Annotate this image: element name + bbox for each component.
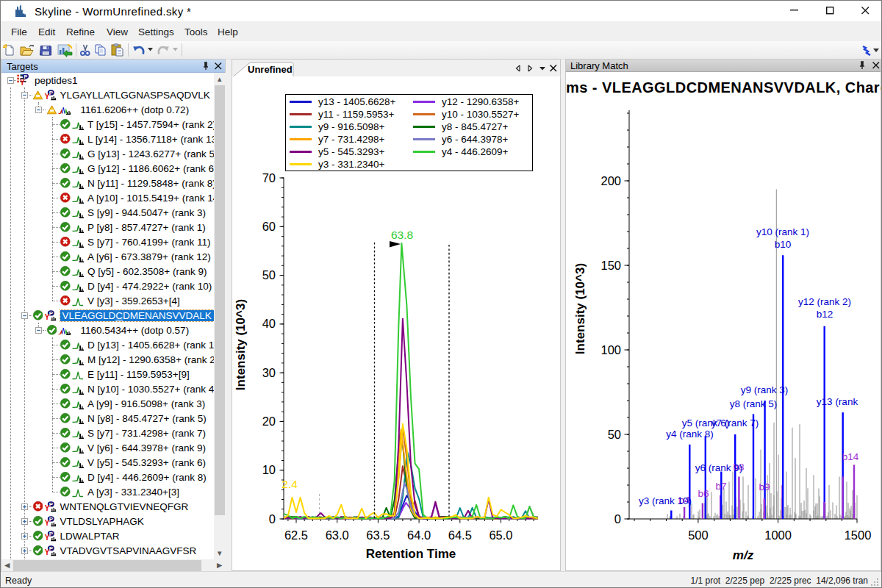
- svg-text:50: 50: [608, 428, 621, 441]
- svg-text:y3 (rank 10): y3 (rank 10): [639, 495, 692, 506]
- svg-text:200: 200: [600, 174, 621, 187]
- svg-text:b12: b12: [817, 309, 833, 320]
- svg-text:y7 (rank 7): y7 (rank 7): [711, 417, 759, 429]
- svg-text:65.0: 65.0: [489, 528, 512, 542]
- svg-text:y4 (rank 8): y4 (rank 8): [666, 429, 714, 440]
- svg-text:10: 10: [262, 463, 276, 476]
- svg-text:y11 - 1159.5953+: y11 - 1159.5953+: [318, 109, 395, 120]
- svg-text:63.8: 63.8: [391, 229, 413, 241]
- svg-text:y8 - 845.4727+: y8 - 845.4727+: [442, 121, 509, 132]
- svg-text:0: 0: [269, 512, 276, 526]
- svg-text:y12 - 1290.6358+: y12 - 1290.6358+: [442, 96, 520, 107]
- svg-text:y8 (rank 5): y8 (rank 5): [730, 398, 778, 409]
- svg-text:Retention Time: Retention Time: [366, 547, 456, 561]
- svg-text:63.0: 63.0: [326, 528, 349, 542]
- svg-text:y6 - 644.3978+: y6 - 644.3978+: [442, 134, 509, 145]
- svg-text:64.0: 64.0: [407, 528, 431, 542]
- svg-text:y6 (rank 9): y6 (rank 9): [695, 462, 743, 473]
- svg-text:1000: 1000: [764, 528, 792, 542]
- svg-text:b7: b7: [715, 481, 726, 492]
- svg-text:62.5: 62.5: [284, 528, 308, 542]
- svg-text:Intensity (10^3): Intensity (10^3): [573, 263, 587, 354]
- svg-text:y4 - 446.2609+: y4 - 446.2609+: [442, 146, 509, 157]
- svg-text:b9: b9: [759, 481, 770, 492]
- svg-text:2.4: 2.4: [282, 478, 298, 490]
- svg-text:30: 30: [262, 366, 276, 379]
- svg-text:1500: 1500: [845, 528, 872, 542]
- svg-text:y9 (rank 3): y9 (rank 3): [741, 384, 789, 395]
- svg-text:y10 (rank 1): y10 (rank 1): [756, 226, 809, 237]
- svg-text:64.5: 64.5: [448, 528, 472, 542]
- svg-text:Intensity (10^3): Intensity (10^3): [234, 299, 248, 390]
- svg-text:20: 20: [262, 415, 276, 428]
- svg-text:150: 150: [600, 259, 621, 272]
- svg-text:y13 - 1405.6628+: y13 - 1405.6628+: [318, 96, 396, 107]
- svg-text:y3 - 331.2340+: y3 - 331.2340+: [318, 159, 385, 170]
- svg-text:100: 100: [600, 343, 621, 356]
- svg-text:b10: b10: [775, 239, 792, 250]
- svg-text:500: 500: [688, 528, 709, 542]
- svg-text:y13 (rank: y13 (rank: [817, 396, 858, 407]
- svg-text:b14: b14: [842, 451, 859, 462]
- svg-text:y12 (rank 2): y12 (rank 2): [798, 296, 851, 307]
- svg-text:0: 0: [614, 512, 621, 526]
- svg-text:m/z: m/z: [733, 548, 754, 562]
- svg-text:60: 60: [262, 220, 276, 233]
- svg-text:50: 50: [262, 268, 276, 282]
- svg-text:b6: b6: [698, 488, 709, 499]
- svg-text:y10 - 1030.5527+: y10 - 1030.5527+: [442, 109, 520, 120]
- svg-text:70: 70: [262, 171, 276, 184]
- svg-text:63.5: 63.5: [366, 528, 390, 542]
- svg-text:y9 - 916.5098+: y9 - 916.5098+: [318, 121, 385, 132]
- svg-text:y7 - 731.4298+: y7 - 731.4298+: [318, 134, 385, 145]
- svg-text:40: 40: [262, 317, 276, 330]
- svg-text:y5 - 545.3293+: y5 - 545.3293+: [318, 146, 385, 157]
